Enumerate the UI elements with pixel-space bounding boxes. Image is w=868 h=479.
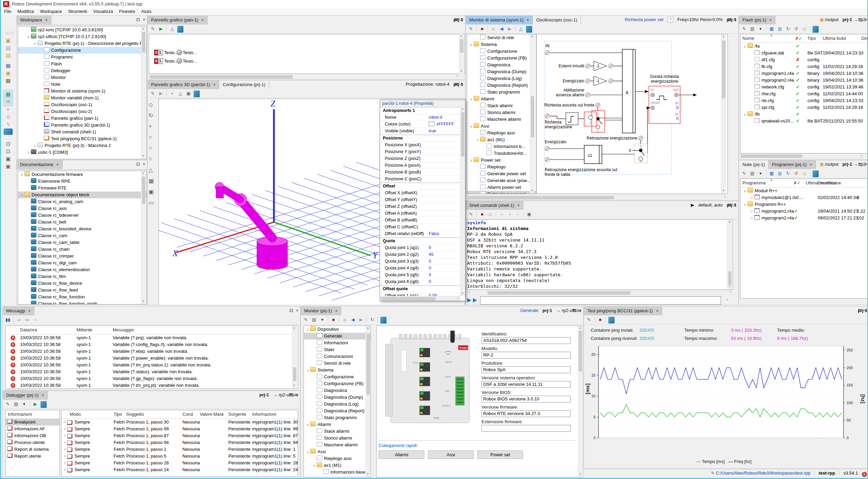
- property-row[interactable]: Posizione X (posX): [380, 142, 460, 149]
- device-field-value[interactable]: OSF a 32bit versione 14.11.11: [481, 381, 571, 388]
- tab-close-icon[interactable]: ×: [810, 162, 812, 167]
- tree-item[interactable]: ∨Allarmi: [467, 96, 536, 102]
- expander-icon[interactable]: ∨: [742, 111, 748, 118]
- column-header[interactable]: Dimensione: [818, 180, 841, 185]
- zo-icon[interactable]: ○: [514, 211, 522, 218]
- hand-icon[interactable]: ◇: [487, 211, 494, 218]
- property-row[interactable]: Posizione C (posC): [380, 176, 460, 183]
- scrollbar-vertical[interactable]: ∧∨: [578, 326, 583, 477]
- menu-item-workspace[interactable]: Workspace: [37, 9, 65, 14]
- tree-item[interactable]: Monitor di sistema (sysm-1): [18, 88, 146, 95]
- scroll-left-icon[interactable]: <: [467, 291, 471, 295]
- digital-indicator[interactable]: 01: [154, 58, 163, 64]
- tab-close-icon[interactable]: ×: [56, 162, 59, 167]
- column-header[interactable]: Dimensione: [861, 36, 868, 41]
- tab-close-icon[interactable]: ×: [527, 18, 529, 22]
- sync-icon[interactable]: ↻: [369, 316, 376, 323]
- design-icon[interactable]: △: [517, 26, 525, 32]
- scroll-down-icon[interactable]: ∨: [141, 299, 145, 303]
- property-row[interactable]: Offset Y (offsetY): [380, 197, 460, 203]
- tree-item[interactable]: Shell comandi (shell-1): [18, 129, 146, 135]
- zoom-out-icon[interactable]: ○: [149, 156, 152, 162]
- property-value[interactable]: #FFFFFF: [429, 121, 454, 128]
- tab-close-icon[interactable]: ×: [45, 18, 48, 22]
- help-icon[interactable]: ▭: [149, 199, 154, 206]
- help-button[interactable]: ?: [668, 17, 673, 22]
- tree-item[interactable]: Classe rc_crimper: [18, 253, 146, 260]
- breakpoint-row[interactable]: >SempreFetchProcesso 1, passo 99NessunaP…: [62, 426, 298, 432]
- sync-icon[interactable]: ↻: [784, 26, 792, 32]
- property-value[interactable]: 0: [429, 279, 431, 285]
- tab-note[interactable]: Note (prj-1): [739, 160, 769, 169]
- grid-icon[interactable]: ▦: [149, 178, 154, 184]
- mail-icon[interactable]: ✉: [4, 98, 13, 106]
- zi-icon[interactable]: ○: [506, 211, 513, 218]
- tree-item[interactable]: ∨Sistema: [304, 367, 371, 374]
- close-panel-icon[interactable]: ×: [296, 308, 298, 313]
- ba-icon[interactable]: ▦: [768, 170, 775, 177]
- table-row[interactable]: network.cfg✓config19/02/2021 13:39:46: [740, 84, 868, 90]
- tree-item[interactable]: Allarmi power set: [467, 184, 536, 191]
- digital-indicator[interactable]: 01: [154, 50, 163, 55]
- axes-icon[interactable]: △: [149, 167, 153, 173]
- float-window-icon[interactable]: ⊡: [136, 17, 140, 22]
- run-icon[interactable]: ▶: [157, 26, 165, 32]
- table-row[interactable]: >myprogram2.r4a✓09/02/2022 17:21:21102: [740, 215, 868, 221]
- edit-icon[interactable]: ✎: [585, 316, 593, 323]
- tree-item[interactable]: Classe rc_analog_cam: [18, 198, 146, 205]
- page-link[interactable]: Richiesta power set: [625, 17, 663, 22]
- scroll-down-icon[interactable]: ∨: [366, 472, 370, 476]
- property-row[interactable]: Offset Z (offsetZ): [380, 203, 460, 210]
- info-list-item[interactable]: Breakpoint: [6, 419, 60, 426]
- design-icon[interactable]: △: [177, 90, 184, 97]
- layers-icon[interactable]: ▤: [749, 170, 756, 177]
- scroll-up-icon[interactable]: ∧: [727, 220, 732, 225]
- undo-icon[interactable]: ↺: [792, 26, 800, 32]
- tree-item[interactable]: Informazioni: [304, 340, 371, 346]
- window-up-icon[interactable]: ⊡: [4, 147, 13, 155]
- tree-item[interactable]: Generale asse (pow...: [467, 177, 536, 184]
- dd-icon[interactable]: ▾: [757, 26, 764, 32]
- book-icon[interactable]: [194, 90, 200, 97]
- edit-icon[interactable]: ✎: [4, 401, 12, 408]
- tab-close-icon[interactable]: ×: [28, 309, 31, 313]
- property-row[interactable]: Offset A (offsetA): [380, 210, 460, 217]
- eraser-icon[interactable]: ▱: [15, 316, 23, 323]
- breakpoint-row[interactable]: >SempreFetchProcesso 1, passo 24NessunaP…: [62, 466, 298, 473]
- book-icon[interactable]: [380, 317, 387, 324]
- scroll-right-icon[interactable]: >: [728, 291, 733, 295]
- message-row[interactable]: ×10/03/2022 10:36:58sysm-1Variabile (?.c…: [6, 341, 298, 348]
- attach-icon[interactable]: ◇: [4, 113, 13, 121]
- tab-programmi[interactable]: Programmi (prj-1)×: [769, 160, 816, 169]
- tree-item[interactable]: Monitor variabili (mon-1): [18, 95, 146, 101]
- tab-pan1[interactable]: Pannello grafico (pan-1)×: [148, 16, 208, 24]
- tree-item[interactable]: Programmi: [18, 54, 146, 61]
- workspace-cube-icon[interactable]: ▣: [4, 36, 13, 45]
- windows-icon[interactable]: ▣: [4, 155, 13, 163]
- property-row[interactable]: Quota joint 3 (qj3)0: [380, 258, 460, 265]
- tree-item[interactable]: ∨Progetto RTE (prj-1) - Deescrizione del…: [18, 40, 146, 47]
- menu-item-strumenti[interactable]: Strumenti: [65, 9, 90, 14]
- scrollbar-thumb[interactable]: [488, 291, 630, 295]
- tree-item[interactable]: Diagnostica: [304, 387, 371, 394]
- tree-item[interactable]: ∨Documentazione firmware: [18, 171, 146, 178]
- property-value[interactable]: 0: [429, 265, 431, 271]
- layers-icon[interactable]: ▤: [749, 26, 756, 32]
- run-command-icon[interactable]: ▶: [691, 202, 694, 208]
- tree-item[interactable]: Configurazione: [467, 48, 536, 55]
- expander-icon[interactable]: ∨: [305, 326, 310, 333]
- quick-links-label[interactable]: Collegamenti rapidi:: [379, 443, 418, 448]
- tree-item[interactable]: Classe rc_flow_device: [18, 280, 146, 287]
- tree-item[interactable]: Oscilloscopio (osc-2): [18, 108, 146, 115]
- table-row[interactable]: fb.cfg✓config11/02/2021 14:29:16: [740, 63, 868, 70]
- tree-item[interactable]: Servizi di rete: [467, 34, 536, 41]
- expander-icon[interactable]: >: [62, 446, 67, 453]
- lamp-indicator[interactable]: [177, 50, 182, 55]
- tree-item[interactable]: Firmware RTE: [18, 185, 146, 192]
- expander-icon[interactable]: >: [749, 208, 754, 215]
- tree-item[interactable]: Riepilogo assi: [304, 455, 371, 462]
- scrollbar-vertical[interactable]: ∧∨: [727, 220, 732, 289]
- tree-item[interactable]: Pannello grafico (pan-1): [18, 115, 146, 122]
- scroll-down-icon[interactable]: ∨: [727, 285, 732, 289]
- expander-icon[interactable]: >: [62, 432, 67, 439]
